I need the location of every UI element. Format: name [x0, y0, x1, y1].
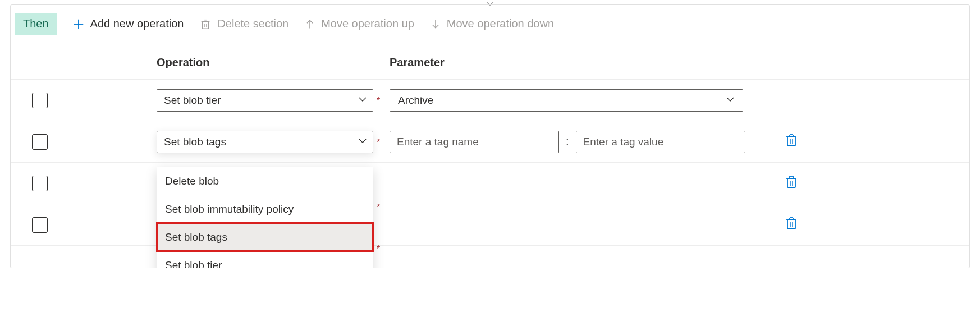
delete-row-button[interactable] [785, 174, 798, 192]
trash-icon [199, 18, 212, 30]
chevron-down-icon [726, 94, 735, 107]
then-section-panel: Then Add new operation Delete section Mo… [10, 4, 970, 268]
row-checkbox[interactable] [32, 176, 48, 191]
tag-name-input[interactable] [390, 131, 559, 153]
dropdown-option[interactable]: Delete blob [157, 167, 373, 195]
operation-dropdown: Delete blob Set blob immutability policy… [157, 167, 373, 268]
delete-row-button[interactable] [785, 216, 798, 233]
delete-section-button: Delete section [199, 17, 288, 30]
delete-row-button[interactable] [785, 133, 798, 150]
add-new-operation-label: Add new operation [90, 17, 184, 30]
operation-row: * [11, 163, 969, 204]
svg-rect-9 [787, 137, 795, 146]
delete-section-label: Delete section [217, 17, 288, 30]
move-operation-down-button: Move operation down [430, 17, 554, 30]
arrow-up-icon [304, 19, 315, 30]
row-checkbox[interactable] [32, 217, 48, 233]
move-operation-up-button: Move operation up [304, 17, 414, 30]
then-toolbar: Then Add new operation Delete section Mo… [11, 5, 969, 43]
row-checkbox[interactable] [32, 93, 48, 108]
operation-row: Set blob tier * Archive [11, 80, 969, 121]
chevron-down-icon [358, 94, 367, 107]
operation-select-value: Set blob tier [164, 94, 221, 107]
tag-value-input[interactable] [576, 131, 745, 153]
move-down-label: Move operation down [447, 17, 554, 30]
required-marker: * [377, 96, 380, 106]
svg-rect-16 [787, 178, 795, 187]
operation-select[interactable]: Set blob tags [157, 131, 373, 153]
dropdown-option[interactable]: Set blob tier [157, 251, 373, 268]
move-up-label: Move operation up [321, 17, 414, 30]
add-new-operation-button[interactable]: Add new operation [72, 17, 184, 30]
flow-arrow-down-icon [0, 0, 980, 4]
operation-select-value: Set blob tags [164, 136, 226, 148]
operation-select[interactable]: Set blob tier [157, 89, 373, 112]
svg-rect-23 [787, 220, 795, 229]
operation-row: Set blob tags * : [11, 121, 969, 163]
parameter-select-value: Archive [398, 94, 433, 107]
arrow-down-icon [430, 19, 441, 30]
dropdown-option[interactable]: Set blob tags [157, 223, 373, 251]
svg-rect-2 [203, 21, 209, 29]
required-marker: * [377, 137, 380, 148]
chevron-down-icon [358, 136, 367, 148]
header-parameter: Parameter [390, 56, 895, 69]
dropdown-option[interactable]: Set blob immutability policy [157, 195, 373, 223]
parameter-select[interactable]: Archive [390, 89, 743, 112]
operations-header-row: Operation Parameter [11, 43, 969, 80]
plus-icon [72, 18, 85, 30]
row-checkbox[interactable] [32, 134, 48, 150]
header-operation: Operation [157, 56, 390, 69]
tag-colon: : [565, 135, 570, 148]
operation-row: * [11, 204, 969, 246]
then-badge: Then [15, 13, 57, 35]
required-marker: * [377, 244, 380, 254]
